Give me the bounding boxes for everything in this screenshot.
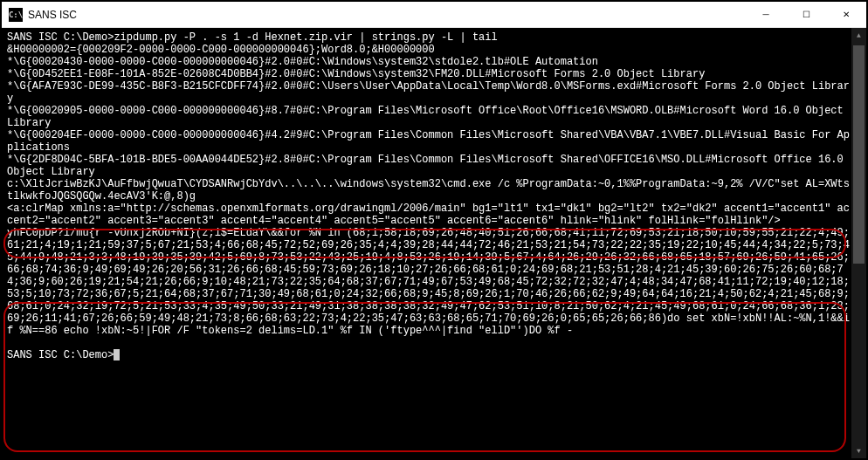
terminal-line: *\G{00020905-0000-0000-C000-000000000046… [7,105,850,129]
terminal-line: *\G{AFA7E93C-DE99-435C-B8F3-B215CFCDFF74… [7,80,850,105]
terminal-line: *\G{000204EF-0000-0000-C000-000000000046… [7,129,850,154]
terminal-content: SANS ISC C:\Demo>zipdump.py -P . -s 1 -d… [7,31,850,455]
terminal-line: &H00000002={000209F2-0000-0000-C000-0000… [7,44,435,56]
window-title: SANS ISC [28,9,746,21]
close-button[interactable]: ✕ [826,2,866,27]
terminal-prompt: SANS ISC C:\Demo> [7,349,114,361]
terminal-line: <a:clrMap xmlns:a="http://schemas.openxm… [7,203,850,227]
terminal-line: SANS ISC C:\Demo>zipdump.py -P . -s 1 -d… [7,31,498,44]
maximize-button[interactable]: ☐ [786,2,826,27]
cursor-icon [114,349,120,360]
terminal-line: *\G{00020430-0000-0000-C000-000000000046… [7,56,598,68]
terminal-line: *\G{0D452EE1-E08F-101A-852E-02608C4D0BB4… [7,68,705,80]
minimize-button[interactable]: ─ [746,2,786,27]
titlebar[interactable]: C:\ SANS ISC ─ ☐ ✕ [2,2,866,28]
scrollbar-down-button[interactable]: ▼ [851,443,866,458]
terminal-line: *\G{2DF8D04C-5BFA-101B-BDE5-00AA0044DE52… [7,154,850,178]
app-icon: C:\ [9,8,23,22]
scrollbar-up-button[interactable]: ▲ [851,28,866,43]
terminal-line: c:\XltJcriwBzKJ\AuFfbwjQwuaT\CYDSANRwjCb… [7,178,850,203]
terminal-line: yhFC0pDP?1/mu{r -vUnxj2ROb+NI}(z;i$=ELda… [7,227,850,337]
command-prompt-window: C:\ SANS ISC ─ ☐ ✕ SANS ISC C:\Demo>zipd… [2,2,866,458]
terminal-area[interactable]: SANS ISC C:\Demo>zipdump.py -P . -s 1 -d… [2,28,866,458]
window-controls: ─ ☐ ✕ [746,2,866,27]
scrollbar-track[interactable]: ▲ ▼ [851,28,866,458]
scrollbar-thumb[interactable] [853,45,865,264]
